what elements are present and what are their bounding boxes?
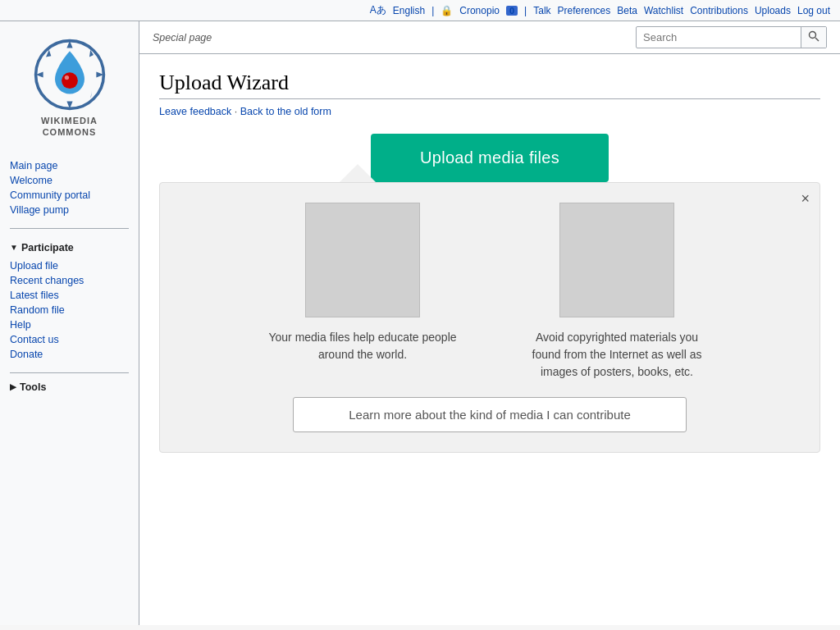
top-divider: | <box>431 5 434 16</box>
top-navigation: Aあ English | 🔒 Cronopio 0 | Talk Prefere… <box>0 0 840 21</box>
watchlist-link[interactable]: Watchlist <box>644 5 683 16</box>
page-content: Upload Wizard Leave feedback · Back to t… <box>139 54 840 486</box>
talk-link[interactable]: Talk <box>533 5 550 16</box>
beta-link[interactable]: Beta <box>617 5 637 16</box>
learn-more-button[interactable]: Learn more about the kind of media I can… <box>293 397 687 432</box>
logout-link[interactable]: Log out <box>797 5 830 16</box>
info-card-text-2: Avoid copyrighted materials you found fr… <box>523 329 711 381</box>
sidebar-item-village-pump[interactable]: Village pump <box>10 204 69 216</box>
upload-btn-wrapper: Upload media files <box>159 134 820 182</box>
sidebar-item-recent-changes[interactable]: Recent changes <box>10 275 84 286</box>
sidebar-divider2 <box>10 372 129 373</box>
username-link[interactable]: Cronopio <box>459 5 500 16</box>
page-title: Upload Wizard <box>159 71 820 99</box>
sidebar-item-contact-us[interactable]: Contact us <box>10 334 59 345</box>
svg-line-12 <box>815 38 819 41</box>
sidebar-item-community-portal[interactable]: Community portal <box>10 189 90 201</box>
sidebar-divider <box>10 228 129 229</box>
notification-badge[interactable]: 0 <box>506 6 518 16</box>
main-content: Special page Upload Wizard Leave feedbac… <box>139 21 840 625</box>
info-panel: × Your media files help educate people a… <box>159 182 820 453</box>
sidebar-item-latest-files[interactable]: Latest files <box>10 290 59 301</box>
tools-arrow: ▶ <box>10 382 16 391</box>
old-form-link[interactable]: Back to the old form <box>240 106 331 117</box>
info-card-image-2 <box>559 203 674 317</box>
top-divider2: | <box>524 5 527 16</box>
wikimedia-logo <box>33 38 107 112</box>
subheader: Special page <box>139 21 840 54</box>
info-card-1: Your media files help educate people aro… <box>268 203 457 381</box>
sidebar-main-nav: Main page Welcome Community portal Villa… <box>0 152 139 223</box>
sidebar-item-random-file[interactable]: Random file <box>10 304 65 316</box>
language-link[interactable]: English <box>393 5 425 16</box>
close-button[interactable]: × <box>801 191 810 206</box>
sidebar-item-upload-file[interactable]: Upload file <box>10 260 58 272</box>
special-page-label: Special page <box>153 32 212 43</box>
uploads-link[interactable]: Uploads <box>755 5 791 16</box>
preferences-link[interactable]: Preferences <box>558 5 611 16</box>
panel-arrow <box>340 164 376 182</box>
tools-label: Tools <box>20 381 46 393</box>
search-input[interactable] <box>637 28 801 47</box>
feedback-link[interactable]: Leave feedback <box>159 106 231 117</box>
logo-text: WIKIMEDIACOMMONS <box>41 115 98 139</box>
sidebar-item-donate[interactable]: Donate <box>10 349 43 360</box>
tools-header[interactable]: ▶ Tools <box>0 378 139 396</box>
search-icon <box>808 30 819 42</box>
subtitle-sep: · <box>235 106 237 117</box>
page-subtitle: Leave feedback · Back to the old form <box>159 106 820 117</box>
logo-area: WIKIMEDIACOMMONS <box>0 30 139 152</box>
sidebar: WIKIMEDIACOMMONS Main page Welcome Commu… <box>0 21 139 625</box>
svg-point-9 <box>62 72 78 89</box>
search-box <box>636 26 827 48</box>
participate-label: Participate <box>21 242 74 253</box>
svg-point-11 <box>810 32 816 39</box>
participate-arrow: ▼ <box>10 243 18 252</box>
svg-point-10 <box>64 75 68 80</box>
sidebar-item-help[interactable]: Help <box>10 319 31 331</box>
upload-media-files-button[interactable]: Upload media files <box>371 134 609 182</box>
sidebar-item-main-page[interactable]: Main page <box>10 160 57 171</box>
info-card-2: Avoid copyrighted materials you found fr… <box>523 203 711 381</box>
participate-section: ▼ Participate Upload file Recent changes… <box>0 234 139 368</box>
search-button[interactable] <box>801 27 826 48</box>
sidebar-item-welcome[interactable]: Welcome <box>10 175 52 186</box>
info-card-text-1: Your media files help educate people aro… <box>268 329 457 363</box>
info-cards: Your media files help educate people aro… <box>185 203 795 381</box>
participate-header[interactable]: ▼ Participate <box>0 239 139 257</box>
panel-wrapper: × Your media files help educate people a… <box>159 182 820 453</box>
user-icon: 🔒 <box>441 5 453 16</box>
info-card-image-1 <box>305 203 420 317</box>
language-icon: Aあ <box>370 3 386 17</box>
contributions-link[interactable]: Contributions <box>690 5 748 16</box>
